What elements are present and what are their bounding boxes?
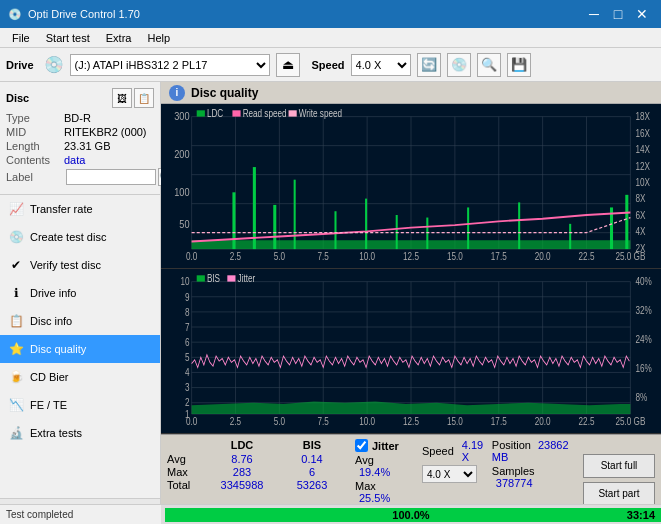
samples-row: Samples 378774 — [492, 465, 575, 489]
svg-text:20.0: 20.0 — [535, 252, 551, 263]
disc-icon-btn-2[interactable]: 📋 — [134, 88, 154, 108]
stats-total-ldc: 3345988 — [207, 479, 277, 491]
svg-text:14X: 14X — [635, 144, 649, 155]
speed-select-inline[interactable]: 4.0 X Max — [422, 465, 477, 483]
svg-text:24%: 24% — [635, 335, 651, 346]
jitter-max-label: Max — [355, 480, 376, 492]
maximize-button[interactable]: □ — [607, 4, 629, 24]
stats-avg-bis: 0.14 — [277, 453, 347, 465]
stats-avg-ldc: 8.76 — [207, 453, 277, 465]
svg-text:15.0: 15.0 — [447, 417, 463, 428]
elapsed-time: 33:14 — [627, 509, 655, 521]
svg-rect-55 — [625, 195, 628, 249]
stats-total-label: Total — [167, 479, 207, 491]
sidebar-item-transfer-rate[interactable]: 📈 Transfer rate — [0, 195, 160, 223]
chart1-container: 300 200 100 50 18X 16X 14X 12X 10X 8X 6X… — [161, 104, 661, 269]
status-text: Test completed — [6, 509, 73, 520]
nav-list: 📈 Transfer rate 💿 Create test disc ✔ Ver… — [0, 195, 160, 498]
svg-text:17.5: 17.5 — [491, 252, 507, 263]
verify-test-disc-icon: ✔ — [8, 257, 24, 273]
disc-icon-btn-1[interactable]: 🖼 — [112, 88, 132, 108]
sidebar-item-fe-te[interactable]: 📉 FE / TE — [0, 391, 160, 419]
svg-rect-46 — [294, 180, 296, 249]
menu-start-test[interactable]: Start test — [38, 30, 98, 46]
status-text-bar: Test completed — [0, 504, 161, 524]
label-input[interactable] — [66, 169, 156, 185]
titlebar-controls: ─ □ ✕ — [583, 4, 653, 24]
svg-text:5: 5 — [185, 352, 190, 363]
svg-rect-58 — [232, 110, 240, 116]
save-button[interactable]: 💾 — [507, 53, 531, 77]
disc-contents-label: Contents — [6, 154, 64, 166]
menu-help[interactable]: Help — [139, 30, 178, 46]
speed-label-row: Speed 4.19 X — [422, 439, 484, 463]
scan-button[interactable]: 🔍 — [477, 53, 501, 77]
minimize-button[interactable]: ─ — [583, 4, 605, 24]
sidebar-item-create-test-disc[interactable]: 💿 Create test disc — [0, 223, 160, 251]
speed-text-label: Speed — [422, 445, 454, 457]
svg-rect-43 — [232, 192, 235, 249]
svg-rect-56 — [197, 110, 205, 116]
sidebar-item-extra-tests[interactable]: 🔬 Extra tests — [0, 419, 160, 447]
disc-type-value: BD-R — [64, 112, 91, 124]
menu-extra[interactable]: Extra — [98, 30, 140, 46]
stats-max-label: Max — [167, 466, 207, 478]
disc-contents-value[interactable]: data — [64, 154, 85, 166]
jitter-label: Jitter — [372, 440, 399, 452]
sidebar-item-drive-info[interactable]: ℹ Drive info — [0, 279, 160, 307]
sidebar-item-verify-test-disc[interactable]: ✔ Verify test disc — [0, 251, 160, 279]
eject-button[interactable]: ⏏ — [276, 53, 300, 77]
svg-text:3: 3 — [185, 383, 190, 394]
svg-text:7.5: 7.5 — [318, 417, 329, 428]
disc-info-icon: 📋 — [8, 313, 24, 329]
disc-type-row: Type BD-R — [6, 112, 154, 124]
drive-info-icon: ℹ — [8, 285, 24, 301]
svg-text:0.0: 0.0 — [186, 417, 197, 428]
sidebar-item-verify-test-disc-label: Verify test disc — [30, 259, 101, 271]
disc-button[interactable]: 💿 — [447, 53, 471, 77]
refresh-button[interactable]: 🔄 — [417, 53, 441, 77]
svg-rect-111 — [197, 275, 205, 281]
svg-text:40%: 40% — [635, 277, 651, 288]
samples-value: 378774 — [496, 477, 533, 489]
titlebar: 💿 Opti Drive Control 1.70 ─ □ ✕ — [0, 0, 661, 28]
drive-select[interactable]: (J:) ATAPI iHBS312 2 PL17 — [70, 54, 270, 76]
drive-icon: 💿 — [44, 55, 64, 74]
svg-rect-52 — [518, 202, 520, 249]
sidebar: Disc 🖼 📋 Type BD-R MID RITEKBR2 (000) Le… — [0, 82, 161, 524]
disc-contents-row: Contents data — [6, 154, 154, 166]
disc-mid-label: MID — [6, 126, 64, 138]
svg-rect-51 — [467, 207, 469, 249]
jitter-checkbox[interactable] — [355, 439, 368, 452]
sidebar-item-disc-quality[interactable]: ⭐ Disc quality — [0, 335, 160, 363]
titlebar-left: 💿 Opti Drive Control 1.70 — [8, 8, 140, 21]
svg-text:50: 50 — [179, 218, 189, 230]
svg-text:2.5: 2.5 — [230, 417, 241, 428]
sidebar-item-cd-bier[interactable]: 🍺 CD Bier — [0, 363, 160, 391]
menu-file[interactable]: File — [4, 30, 38, 46]
svg-text:22.5: 22.5 — [579, 252, 595, 263]
create-test-disc-icon: 💿 — [8, 229, 24, 245]
disc-type-label: Type — [6, 112, 64, 124]
svg-rect-47 — [334, 211, 336, 249]
titlebar-title: Opti Drive Control 1.70 — [28, 8, 140, 20]
start-part-button[interactable]: Start part — [583, 482, 655, 506]
svg-text:100: 100 — [174, 186, 190, 198]
svg-text:Read speed: Read speed — [243, 108, 287, 119]
svg-text:25.0 GB: 25.0 GB — [615, 252, 645, 263]
stats-total-bis: 53263 — [277, 479, 347, 491]
start-full-button[interactable]: Start full — [583, 454, 655, 478]
svg-text:8: 8 — [185, 307, 190, 318]
svg-text:16%: 16% — [635, 364, 651, 375]
chart2-container: 10 9 8 7 6 5 4 3 2 1 40% 32% 24% 16% 8% — [161, 269, 661, 434]
svg-text:10.0: 10.0 — [359, 417, 375, 428]
svg-text:9: 9 — [185, 292, 190, 303]
svg-text:25.0 GB: 25.0 GB — [615, 417, 645, 428]
close-button[interactable]: ✕ — [631, 4, 653, 24]
speed-select[interactable]: 4.0 X Max 8.0 X — [351, 54, 411, 76]
stats-header-ldc: LDC — [207, 439, 277, 451]
jitter-check-row: Jitter — [355, 439, 406, 452]
sidebar-item-disc-info[interactable]: 📋 Disc info — [0, 307, 160, 335]
svg-text:LDC: LDC — [207, 108, 224, 119]
speed-value: 4.19 X — [462, 439, 484, 463]
